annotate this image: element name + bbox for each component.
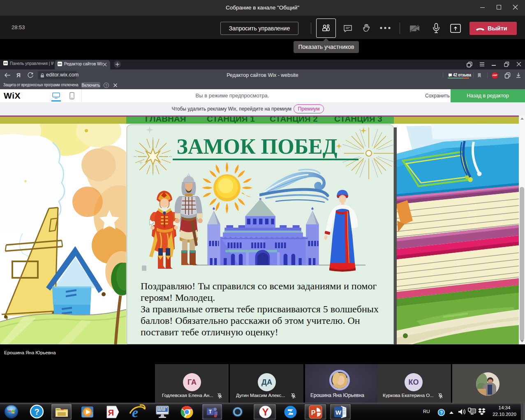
svg-text:Y: Y: [262, 406, 268, 418]
svg-text:P: P: [311, 409, 316, 416]
svg-text:Я: Я: [108, 408, 114, 417]
svg-text:W: W: [335, 409, 342, 416]
svg-text:?: ?: [440, 410, 443, 415]
svg-text:?: ?: [34, 407, 39, 416]
svg-text:T: T: [209, 409, 212, 415]
